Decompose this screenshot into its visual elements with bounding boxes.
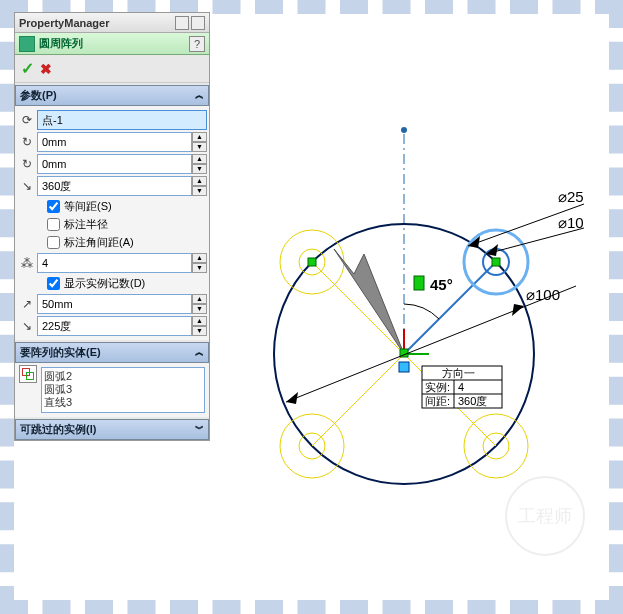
section-entities-body: 圆弧2 圆弧3 直线3	[15, 363, 209, 417]
command-header: 圆周阵列 ?	[15, 33, 209, 55]
cancel-button[interactable]: ✖	[40, 61, 52, 77]
chk-show-count-box[interactable]	[47, 277, 60, 290]
chk-dim-r[interactable]: 标注半径	[47, 217, 207, 232]
chk-dim-r-box[interactable]	[47, 218, 60, 231]
section-entities-header[interactable]: 要阵列的实体(E) ︽	[15, 342, 209, 363]
list-item[interactable]: 圆弧3	[44, 383, 202, 396]
svg-text:4: 4	[458, 381, 464, 393]
confirm-bar: ✓ ✖	[15, 55, 209, 83]
start-angle-icon: ↘	[17, 316, 37, 336]
count-spinner[interactable]: ▲▼	[192, 253, 207, 273]
command-title: 圆周阵列	[39, 36, 189, 51]
svg-rect-12	[492, 258, 500, 266]
menu-icon[interactable]	[191, 16, 205, 30]
list-item[interactable]: 圆弧2	[44, 370, 202, 383]
d10-leader	[486, 228, 584, 254]
spacing-x-spinner[interactable]: ▲▼	[192, 132, 207, 152]
angle-spinner[interactable]: ▲▼	[192, 176, 207, 196]
center-input[interactable]	[37, 110, 207, 130]
viewport[interactable]: 45° ⌀100 ⌀25 ⌀10 方向一 实例: 4 间距: 360度 工程师	[214, 14, 609, 600]
count-input[interactable]	[37, 253, 192, 273]
spacing-y-spinner[interactable]: ▲▼	[192, 154, 207, 174]
svg-text:360度: 360度	[458, 395, 487, 407]
svg-marker-14	[512, 304, 524, 316]
ok-button[interactable]: ✓	[21, 59, 34, 78]
chk-equal-box[interactable]	[47, 200, 60, 213]
center-icon: ⟳	[17, 110, 37, 130]
spacing-y-input[interactable]	[37, 154, 192, 174]
circular-pattern-icon	[19, 36, 35, 52]
section-skip-header[interactable]: 可跳过的实例(I) ︾	[15, 419, 209, 440]
section-entities-title: 要阵列的实体(E)	[20, 345, 101, 360]
row-spacing-x: ↻ ▲▼	[17, 132, 207, 152]
chk-equal[interactable]: 等间距(S)	[47, 199, 207, 214]
radius-input[interactable]	[37, 294, 192, 314]
spacing-x-input[interactable]	[37, 132, 192, 152]
pm-title: PropertyManager	[19, 17, 173, 29]
dim-lock-icon	[414, 276, 424, 290]
cursor-arrow	[334, 249, 404, 354]
property-panel: PropertyManager 圆周阵列 ? ✓ ✖ 参数(P) ︽ ⟳ ↻ ▲…	[14, 12, 210, 441]
section-params-body: ⟳ ↻ ▲▼ ↻ ▲▼ ↘ ▲▼ 等间距(S) 标注半径 标注角间距(A) ⁂ …	[15, 106, 209, 340]
start-angle-spinner[interactable]: ▲▼	[192, 316, 207, 336]
chk-dim-a-box[interactable]	[47, 236, 60, 249]
angle-input[interactable]	[37, 176, 192, 196]
angle-icon: ↘	[17, 176, 37, 196]
svg-text:方向一: 方向一	[442, 367, 475, 379]
section-params-title: 参数(P)	[20, 88, 57, 103]
svg-line-3	[312, 354, 404, 446]
svg-marker-16	[486, 244, 498, 256]
chevron-up-icon: ︽	[195, 89, 204, 102]
entities-list[interactable]: 圆弧2 圆弧3 直线3	[41, 367, 205, 413]
section-skip-title: 可跳过的实例(I)	[20, 422, 96, 437]
angle-arc	[404, 304, 439, 319]
list-item[interactable]: 直线3	[44, 396, 202, 409]
spacing-x-icon: ↻	[17, 132, 37, 152]
row-count: ⁂ ▲▼	[17, 253, 207, 273]
origin-marker[interactable]	[399, 362, 409, 372]
d25-label[interactable]: ⌀25	[558, 188, 584, 205]
d10-label[interactable]: ⌀10	[558, 214, 584, 231]
source-instance[interactable]	[404, 230, 528, 354]
row-spacing-y: ↻ ▲▼	[17, 154, 207, 174]
chevron-up-icon: ︽	[195, 346, 204, 359]
axis-endpoint	[401, 127, 407, 133]
pin-icon[interactable]	[175, 16, 189, 30]
chk-dim-a[interactable]: 标注角间距(A)	[47, 235, 207, 250]
svg-marker-13	[286, 392, 298, 404]
watermark: 工程师	[505, 476, 585, 556]
radius-spinner[interactable]: ▲▼	[192, 294, 207, 314]
radius-icon: ↗	[17, 294, 37, 314]
row-angle: ↘ ▲▼	[17, 176, 207, 196]
section-params-header[interactable]: 参数(P) ︽	[15, 85, 209, 106]
row-center: ⟳	[17, 110, 207, 130]
entity-icon	[19, 365, 37, 383]
svg-text:间距:: 间距:	[425, 395, 450, 407]
row-radius: ↗ ▲▼	[17, 294, 207, 314]
d100-label[interactable]: ⌀100	[526, 286, 560, 303]
row-start-angle: ↘ ▲▼	[17, 316, 207, 336]
chevron-down-icon: ︾	[195, 423, 204, 436]
chk-show-count[interactable]: 显示实例记数(D)	[47, 276, 207, 291]
pm-header: PropertyManager	[15, 13, 209, 33]
start-angle-input[interactable]	[37, 316, 192, 336]
relation-icon	[308, 258, 316, 266]
spacing-y-icon: ↻	[17, 154, 37, 174]
count-icon: ⁂	[17, 253, 37, 273]
angle-label[interactable]: 45°	[430, 276, 453, 293]
svg-text:实例:: 实例:	[425, 381, 450, 393]
pattern-callout[interactable]: 方向一 实例: 4 间距: 360度	[422, 366, 502, 408]
help-icon[interactable]: ?	[189, 36, 205, 52]
